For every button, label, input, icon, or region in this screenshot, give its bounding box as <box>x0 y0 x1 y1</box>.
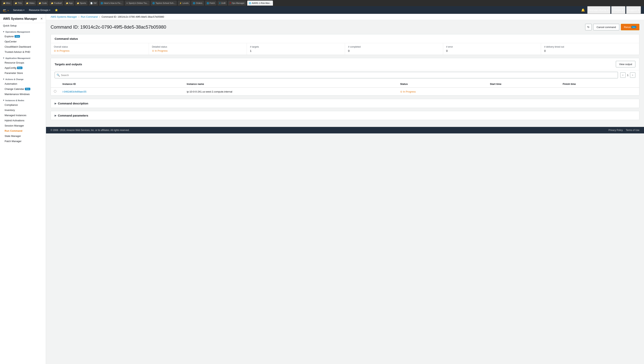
command-parameters-header[interactable]: ▶ Command parameters <box>51 111 639 120</box>
row-radio[interactable] <box>54 90 56 93</box>
detailed-status-value: ⊙ In Progress <box>152 49 244 52</box>
user-menu-button[interactable]: Brendan Roche ▾ <box>587 6 610 14</box>
sidebar-item-automation[interactable]: Automation <box>0 81 46 86</box>
view-output-button[interactable]: View output <box>616 61 636 67</box>
section-arrow-icon: ▾ <box>3 99 4 102</box>
region-chevron-icon: ▾ <box>622 9 624 12</box>
tab-unifi[interactable]: U Unifi <box>218 1 227 6</box>
sidebar-item-parameter-store[interactable]: Parameter Store <box>0 70 46 76</box>
terms-of-use-link[interactable]: Terms of Use <box>626 129 640 131</box>
sidebar-item-opscenter[interactable]: OpsCenter <box>0 39 46 44</box>
sidebar-item-quick-setup[interactable]: Quick Setup <box>0 23 46 28</box>
sidebar-item-cloudwatch[interactable]: CloudWatch Dashboard <box>0 44 46 49</box>
targets-table: Instance ID Instance name Status Start t… <box>51 81 639 96</box>
error-item: # error 0 <box>443 43 541 55</box>
tab-app[interactable]: 📁 App <box>64 1 74 6</box>
tab-tivo[interactable]: 📁 TiVo <box>13 1 24 6</box>
sidebar-item-run-command[interactable]: Run Command <box>0 128 46 133</box>
command-description-header[interactable]: ▶ Command description <box>51 99 639 108</box>
delivery-item: # delivery timed out 0 <box>541 43 639 55</box>
sidebar-item-managed-instances[interactable]: Managed Instances <box>0 113 46 118</box>
section-arrow-icon: ▾ <box>3 31 4 33</box>
tab-code[interactable]: 📁 Code <box>37 1 48 6</box>
services-nav-button[interactable]: Services ▾ <box>11 6 27 14</box>
sidebar-section-actions[interactable]: ▾ Actions & Change <box>0 76 46 81</box>
targets-outputs-panel: Targets and outputs View output 🔍 ‹ 1 › <box>50 58 640 96</box>
copyright-text: © 2008 - 2019, Amazon Web Services, Inc.… <box>50 129 130 131</box>
footer-left: © 2008 - 2019, Amazon Web Services, Inc.… <box>50 129 130 131</box>
region-menu-button[interactable]: Oregon ▾ <box>611 6 626 14</box>
finish-time-cell <box>560 88 639 96</box>
row-status-badge: ⊙ In Progress <box>400 90 484 93</box>
overall-status-value: ⊙ In Progress <box>54 49 146 52</box>
sidebar-section-application[interactable]: ▾ Application Management <box>0 55 46 60</box>
targets-item: # targets 1 <box>247 43 345 55</box>
tab-fetch[interactable]: 🌐 Fetch <box>205 1 216 6</box>
refresh-button[interactable]: ↻ <box>585 24 592 30</box>
sidebar-item-state-manager[interactable]: State Manager <box>0 133 46 139</box>
sidebar-item-trusted-advisor[interactable]: Trusted Advisor & PHD <box>0 49 46 55</box>
sidebar-item-resource-groups[interactable]: Resource Groups <box>0 60 46 65</box>
breadcrumb-run-command[interactable]: Run Command <box>81 15 98 18</box>
sidebar-item-inventory[interactable]: Inventory <box>0 107 46 113</box>
tab-football[interactable]: 📁 Football <box>50 1 63 6</box>
tab-aiare[interactable]: 🌐 AIARE-1-Risk-Man... <box>247 1 273 6</box>
sidebar-item-change-calendar[interactable]: Change Calendar New <box>0 86 46 92</box>
section-arrow-icon: ▾ <box>3 78 4 80</box>
next-page-button[interactable]: › <box>630 72 636 78</box>
command-description-section: ▶ Command description <box>50 99 640 108</box>
page-number: 1 <box>627 74 628 77</box>
parameters-expand-icon: ▶ <box>55 114 56 117</box>
tab-taylors[interactable]: 🌐 Taylors School Sch... <box>151 1 177 6</box>
aws-logo[interactable]: aws <box>3 8 9 12</box>
tab-orders[interactable]: 🌐 Orders <box>191 1 204 6</box>
resource-groups-nav-button[interactable]: Resource Groups ▾ <box>27 6 52 14</box>
cancel-command-button[interactable]: Cancel command <box>593 24 619 30</box>
privacy-policy-link[interactable]: Privacy Policy <box>608 129 623 131</box>
rerun-button[interactable]: Rerun New <box>621 24 640 30</box>
notifications-button[interactable]: 🔔 <box>580 6 586 14</box>
prev-page-button[interactable]: ‹ <box>620 72 626 78</box>
sidebar-item-maintenance-windows[interactable]: Maintenance Windows <box>0 92 46 97</box>
sidebar-title: AWS Systems Manager <box>3 17 37 21</box>
support-chevron-icon: ▾ <box>638 9 639 12</box>
tab-sportys[interactable]: ✈ Sporty's Online Tra... <box>125 1 150 6</box>
command-status-panel: Command status Overall status ⊙ In Progr… <box>50 34 640 55</box>
overall-status-label: Overall status <box>54 46 146 48</box>
sidebar-item-session-manager[interactable]: Session Manager <box>0 123 46 128</box>
sidebar-header: AWS Systems Manager ✕ <box>0 14 46 23</box>
breadcrumb-systems-manager[interactable]: AWS Systems Manager <box>50 15 77 18</box>
sidebar-close-icon[interactable]: ✕ <box>40 17 43 21</box>
sidebar-item-explorer[interactable]: Explorer New <box>0 34 46 39</box>
error-label: # error <box>446 46 538 48</box>
description-expand-icon: ▶ <box>55 102 56 105</box>
support-menu-button[interactable]: Support ▾ <box>626 6 641 14</box>
sidebar-item-patch-manager[interactable]: Patch Manager <box>0 139 46 144</box>
tab-heres-how[interactable]: 🌐 Here's How to Fix... <box>99 1 124 6</box>
tab-ops-manager[interactable]: P Ops Manager <box>228 1 246 6</box>
sidebar-item-appconfig[interactable]: AppConfig New <box>0 65 46 70</box>
sidebar-item-compliance[interactable]: Compliance <box>0 102 46 107</box>
instance-name-cell: ip-10-0-0-241.us-west-2.compute.internal <box>184 88 397 96</box>
favorites-nav-button[interactable]: ⭐ <box>52 6 60 14</box>
col-start-time: Start time <box>487 81 560 88</box>
main-content: AWS Systems Manager › Run Command › Comm… <box>46 14 644 364</box>
search-input[interactable] <box>55 72 618 78</box>
start-time-cell <box>487 88 560 96</box>
tab-xm[interactable]: 📄 XM <box>89 1 98 6</box>
tab-misc[interactable]: 📁 Misc <box>2 1 12 6</box>
progress-icon: ⊙ <box>54 49 56 52</box>
completed-value: 0 <box>348 49 440 52</box>
sidebar-item-hybrid-activations[interactable]: Hybrid Activations <box>0 118 46 123</box>
row-select-cell[interactable] <box>51 88 60 96</box>
resource-groups-chevron-icon: ▾ <box>49 9 50 11</box>
instance-id-link[interactable]: i-0462d63cfe89aec55 <box>62 90 86 93</box>
tab-levels[interactable]: ⚡ Levels <box>178 1 190 6</box>
targets-value: 1 <box>250 49 342 52</box>
tab-video[interactable]: 📁 Video <box>24 1 36 6</box>
sidebar-section-operations[interactable]: ▾ Operations Management <box>0 28 46 34</box>
error-value: 0 <box>446 49 538 52</box>
sidebar-section-instances[interactable]: ▾ Instances & Nodes <box>0 97 46 102</box>
tab-sports[interactable]: 📁 Sports <box>75 1 88 6</box>
rerun-new-badge: New <box>632 26 636 28</box>
